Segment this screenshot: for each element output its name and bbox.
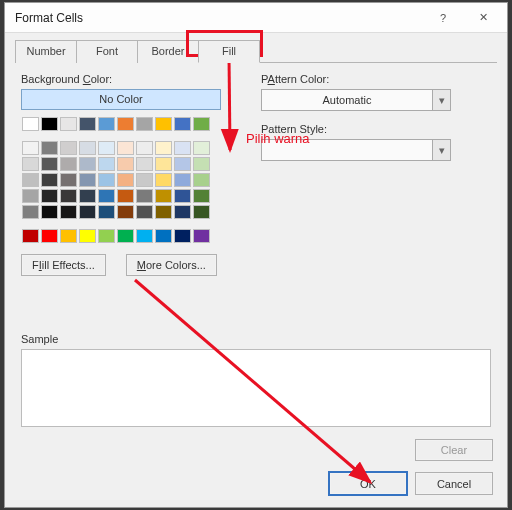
color-swatch[interactable] (60, 117, 77, 131)
color-swatch[interactable] (98, 229, 115, 243)
color-swatch[interactable] (193, 205, 210, 219)
pattern-style-label: Pattern Style: (261, 123, 491, 135)
color-swatch[interactable] (98, 189, 115, 203)
color-swatch[interactable] (136, 205, 153, 219)
color-swatch[interactable] (193, 157, 210, 171)
color-palette (21, 116, 221, 244)
color-swatch[interactable] (136, 117, 153, 131)
color-swatch[interactable] (155, 157, 172, 171)
color-swatch[interactable] (174, 205, 191, 219)
color-swatch[interactable] (174, 229, 191, 243)
format-cells-dialog: Format Cells ? ✕ Number Font Border Fill… (4, 2, 508, 508)
color-swatch[interactable] (22, 117, 39, 131)
color-swatch[interactable] (22, 229, 39, 243)
color-swatch[interactable] (22, 205, 39, 219)
color-swatch[interactable] (79, 117, 96, 131)
color-swatch[interactable] (193, 141, 210, 155)
tab-fill[interactable]: Fill (198, 40, 260, 63)
help-icon: ? (440, 12, 446, 24)
color-swatch[interactable] (117, 189, 134, 203)
color-swatch[interactable] (136, 141, 153, 155)
color-swatch[interactable] (98, 141, 115, 155)
color-swatch[interactable] (193, 117, 210, 131)
pattern-color-label: PAttern Color: (261, 73, 491, 85)
color-swatch[interactable] (41, 205, 58, 219)
help-button[interactable]: ? (423, 4, 463, 32)
color-swatch[interactable] (79, 173, 96, 187)
color-swatch[interactable] (193, 229, 210, 243)
color-swatch[interactable] (174, 117, 191, 131)
color-swatch[interactable] (155, 117, 172, 131)
color-swatch[interactable] (41, 189, 58, 203)
color-swatch[interactable] (22, 189, 39, 203)
tabstrip: Number Font Border Fill (15, 39, 497, 63)
color-swatch[interactable] (22, 141, 39, 155)
dialog-title: Format Cells (15, 11, 423, 25)
color-swatch[interactable] (98, 157, 115, 171)
color-swatch[interactable] (155, 141, 172, 155)
color-swatch[interactable] (60, 189, 77, 203)
footer-buttons: OK Cancel (329, 472, 493, 495)
color-swatch[interactable] (136, 229, 153, 243)
color-swatch[interactable] (79, 157, 96, 171)
color-swatch[interactable] (98, 173, 115, 187)
color-swatch[interactable] (117, 229, 134, 243)
color-swatch[interactable] (136, 157, 153, 171)
color-swatch[interactable] (174, 189, 191, 203)
color-swatch[interactable] (98, 117, 115, 131)
color-swatch[interactable] (155, 229, 172, 243)
color-swatch[interactable] (22, 157, 39, 171)
fill-effects-button[interactable]: FIill Effects... (21, 254, 106, 276)
left-column: Background Color: No Color FIill Effects… (21, 73, 241, 497)
tab-number[interactable]: Number (15, 40, 77, 63)
color-swatch[interactable] (174, 157, 191, 171)
tab-font[interactable]: Font (76, 40, 138, 63)
color-swatch[interactable] (117, 157, 134, 171)
color-swatch[interactable] (41, 173, 58, 187)
color-swatch[interactable] (155, 205, 172, 219)
color-swatch[interactable] (41, 141, 58, 155)
color-swatch[interactable] (136, 189, 153, 203)
bg-color-label: Background Color: (21, 73, 241, 85)
color-swatch[interactable] (22, 173, 39, 187)
chevron-down-icon: ▾ (432, 140, 450, 160)
color-swatch[interactable] (174, 173, 191, 187)
tab-border[interactable]: Border (137, 40, 199, 63)
right-column: PAttern Color: Automatic ▾ Pattern Style… (261, 73, 491, 497)
pattern-style-value (262, 140, 432, 160)
color-swatch[interactable] (117, 117, 134, 131)
pattern-color-dropdown[interactable]: Automatic ▾ (261, 89, 451, 111)
cancel-button[interactable]: Cancel (415, 472, 493, 495)
color-swatch[interactable] (98, 205, 115, 219)
color-swatch[interactable] (79, 189, 96, 203)
sample-box (21, 349, 491, 427)
no-color-button[interactable]: No Color (21, 89, 221, 110)
color-swatch[interactable] (60, 229, 77, 243)
color-swatch[interactable] (60, 173, 77, 187)
color-swatch[interactable] (79, 141, 96, 155)
color-swatch[interactable] (79, 205, 96, 219)
color-swatch[interactable] (155, 173, 172, 187)
color-swatch[interactable] (136, 173, 153, 187)
color-swatch[interactable] (174, 141, 191, 155)
color-swatch[interactable] (41, 157, 58, 171)
color-swatch[interactable] (155, 189, 172, 203)
color-swatch[interactable] (193, 189, 210, 203)
color-swatch[interactable] (79, 229, 96, 243)
pattern-style-dropdown[interactable]: ▾ (261, 139, 451, 161)
sample-area: Sample (21, 333, 491, 427)
close-button[interactable]: ✕ (463, 4, 503, 32)
color-swatch[interactable] (60, 205, 77, 219)
color-swatch[interactable] (193, 173, 210, 187)
color-swatch[interactable] (60, 157, 77, 171)
color-swatch[interactable] (41, 229, 58, 243)
color-swatch[interactable] (60, 141, 77, 155)
color-swatch[interactable] (41, 117, 58, 131)
ok-button[interactable]: OK (329, 472, 407, 495)
titlebar: Format Cells ? ✕ (5, 3, 507, 33)
more-colors-button[interactable]: More Colors... (126, 254, 217, 276)
color-swatch[interactable] (117, 173, 134, 187)
clear-button[interactable]: Clear (415, 439, 493, 461)
color-swatch[interactable] (117, 141, 134, 155)
color-swatch[interactable] (117, 205, 134, 219)
